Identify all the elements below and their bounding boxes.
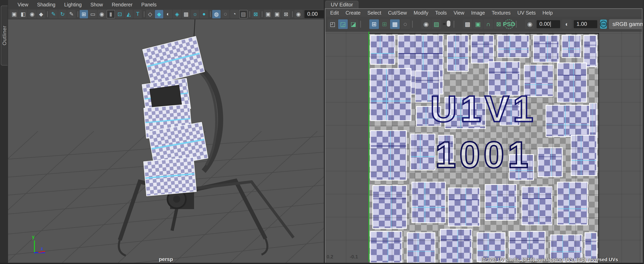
pixel-snap-icon[interactable]: ▦	[390, 19, 400, 29]
uv-editor-menu-item[interactable]: UV Sets	[514, 10, 539, 16]
uv-shell[interactable]	[410, 134, 436, 170]
uv-editor-menu-item[interactable]: View	[450, 10, 468, 16]
viewport-menu-item[interactable]: Renderer	[108, 1, 136, 8]
uv-view[interactable]: U1V1 1001 0.2 -0.1 (0/128) UV shells, (0…	[326, 32, 642, 263]
uv-shell[interactable]	[571, 135, 597, 176]
uv-shell[interactable]	[538, 148, 563, 177]
uv-shell[interactable]	[372, 185, 407, 229]
textured-icon[interactable]: ◈	[173, 10, 181, 18]
wireframe-on-shaded-icon[interactable]: ◐	[164, 10, 172, 18]
camera-attributes-icon[interactable]: ◉	[28, 10, 36, 18]
uv-shell[interactable]	[524, 65, 554, 97]
gate-mask-icon[interactable]: ▮	[106, 10, 115, 18]
perspective-viewport[interactable]: y z persp	[8, 19, 324, 264]
uv-shell[interactable]	[407, 232, 436, 263]
uv-shell[interactable]	[533, 35, 559, 62]
uv-snapshot-camera-icon[interactable]: ◉	[421, 19, 431, 29]
isolate-select-icon[interactable]: ⊠	[252, 10, 260, 18]
uv-shell[interactable]	[509, 154, 534, 180]
uv-contrast-icon[interactable]: ◐	[562, 19, 572, 29]
ambient-occlusion-icon[interactable]: ◌	[221, 10, 230, 18]
safe-action-icon[interactable]: ◭	[124, 10, 133, 18]
grease-pencil-icon[interactable]: ✎	[67, 10, 76, 18]
film-gate-icon[interactable]: ▭	[89, 10, 97, 18]
uv-shell[interactable]	[440, 229, 472, 263]
anti-alias-icon[interactable]: ▨	[239, 10, 248, 18]
uv-shell[interactable]	[562, 35, 581, 58]
uv-shell[interactable]	[470, 103, 486, 126]
uv-exposure-field[interactable]: 0.00	[536, 20, 560, 28]
image-dimming-slider[interactable]	[442, 19, 452, 29]
uv-editor-menu-item[interactable]: Tools	[432, 10, 450, 16]
grid-toggle-icon[interactable]: ⊞	[80, 10, 88, 18]
uv-editor-menu-item[interactable]: Cut/Sew	[385, 10, 410, 16]
lights-icon[interactable]: ☼	[191, 10, 199, 18]
viewport-menu-item[interactable]: Panels	[138, 1, 160, 8]
smooth-shade-icon[interactable]: ◆	[155, 10, 163, 18]
resolution-gate-icon[interactable]: ◉	[98, 10, 106, 18]
uv-shell[interactable]	[583, 35, 597, 67]
uv-shell[interactable]	[416, 106, 441, 126]
use-default-material-icon[interactable]: ▩	[182, 10, 190, 18]
uv-shell[interactable]	[497, 35, 530, 58]
uv-exposure-icon[interactable]: ◉	[525, 19, 534, 29]
safe-title-icon[interactable]: T	[134, 10, 142, 18]
uv-shell[interactable]	[471, 35, 494, 64]
uv-shell[interactable]	[485, 184, 517, 221]
uv-shell[interactable]	[415, 70, 440, 103]
uv-shell[interactable]	[370, 35, 395, 65]
motion-blur-icon[interactable]: ◔	[230, 10, 238, 18]
uv-contrast-field[interactable]: 1.00	[574, 20, 597, 28]
lock-camera-icon[interactable]: ◧	[19, 10, 27, 18]
image-plane-pencil-icon[interactable]: ✎	[49, 10, 58, 18]
shade-uvs-icon[interactable]: ◌	[400, 19, 410, 29]
texel-density-icon[interactable]: ⊠	[494, 19, 504, 29]
field-chart-icon[interactable]: ⊡	[116, 10, 124, 18]
tear-off-copy-icon[interactable]: ▣	[273, 10, 281, 18]
uv-distortion-icon[interactable]: ◲	[338, 19, 348, 29]
grid-dim-icon[interactable]: ⊞	[380, 19, 389, 29]
uv-shell[interactable]	[370, 130, 407, 181]
uv-layout-icon[interactable]: ◰	[328, 19, 337, 29]
image-plane-attrs-icon[interactable]: ⊠	[282, 10, 290, 18]
uv-shell[interactable]	[488, 61, 520, 96]
uv-shell[interactable]	[412, 182, 446, 223]
exposure-icon[interactable]: ◉	[294, 10, 303, 18]
uv-editor-menu-item[interactable]: Modify	[410, 10, 432, 16]
texture-borders-toggle-icon[interactable]: ⊞	[369, 19, 379, 29]
uv-shell[interactable]	[557, 182, 588, 225]
bookmark-view-icon[interactable]: ◆	[37, 10, 45, 18]
checker-map-icon[interactable]: ▩	[463, 19, 472, 29]
display-image-icon[interactable]: ▨	[432, 19, 441, 29]
uv-shell[interactable]	[509, 231, 546, 261]
uv-shell[interactable]	[438, 135, 454, 162]
psd-icon[interactable]: PSD	[504, 19, 514, 29]
viewport-menu-item[interactable]: Shading	[34, 1, 59, 8]
shaded-lights-icon[interactable]: ●	[200, 10, 208, 18]
uv-editor-menu-item[interactable]: Create	[342, 10, 364, 16]
shadows-icon[interactable]: ◍	[212, 10, 220, 18]
outliner-panel-tab[interactable]: Outliner	[1, 6, 8, 66]
viewport-menu-item[interactable]: Show	[87, 1, 106, 8]
uv-shell[interactable]	[557, 62, 587, 103]
magnet-snap-icon[interactable]: ∩	[484, 19, 493, 29]
uv-shell[interactable]	[546, 105, 596, 137]
uv-gamma-on-toggle[interactable]: ON	[600, 20, 607, 29]
uv-editor-menu-item[interactable]: Edit	[327, 10, 342, 16]
uv-shell[interactable]	[500, 98, 520, 126]
image-ratio-icon[interactable]: ▣	[473, 19, 483, 29]
wireframe-icon[interactable]: ◇	[146, 10, 154, 18]
uv-shell[interactable]	[370, 231, 402, 263]
viewport-menu-item[interactable]: View	[14, 1, 32, 8]
uv-shell[interactable]	[448, 188, 480, 226]
uv-editor-menu-item[interactable]: Textures	[488, 10, 514, 16]
uv-shell[interactable]	[370, 68, 412, 121]
select-camera-icon[interactable]: ▣	[10, 10, 18, 18]
viewport-menu-item[interactable]: Lighting	[61, 1, 86, 8]
uv-editor-menu-item[interactable]: Select	[364, 10, 384, 16]
uv-shell[interactable]	[447, 35, 469, 72]
uv-editor-tab[interactable]: UV Editor	[326, 1, 358, 8]
colorspace-dropdown[interactable]: sRGB gamma ▼	[609, 19, 644, 29]
uv-editor-menu-item[interactable]: Help	[540, 10, 556, 16]
uv-shell[interactable]	[522, 186, 552, 225]
